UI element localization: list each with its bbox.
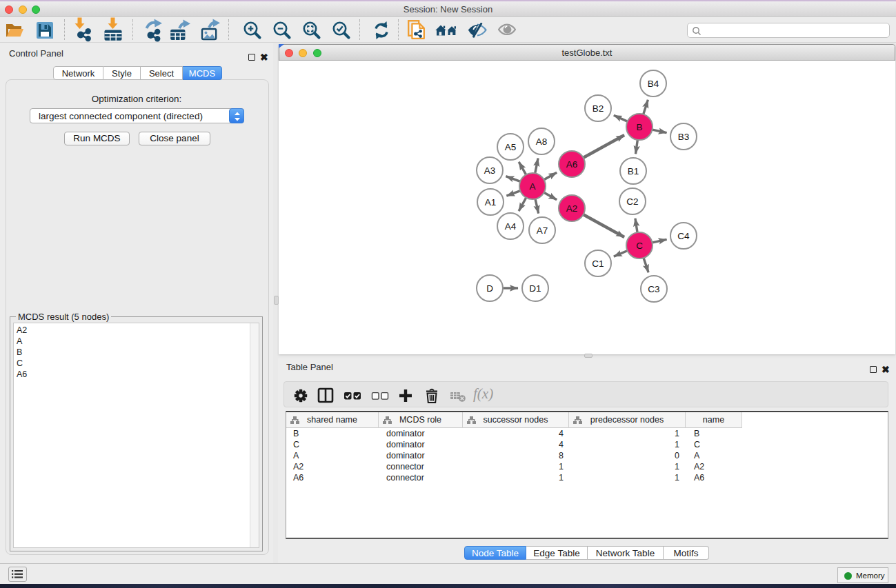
svg-text:A5: A5: [505, 142, 517, 152]
svg-text:B1: B1: [628, 166, 639, 176]
svg-text:A3: A3: [484, 165, 496, 176]
svg-text:C: C: [636, 241, 643, 251]
svg-text:A8: A8: [536, 136, 548, 147]
svg-text:D: D: [486, 283, 493, 294]
svg-text:D1: D1: [529, 283, 541, 294]
svg-text:B4: B4: [648, 79, 659, 89]
svg-text:C4: C4: [677, 231, 690, 241]
svg-text:A2: A2: [566, 203, 578, 214]
svg-text:B2: B2: [593, 103, 604, 114]
svg-text:A7: A7: [537, 225, 548, 236]
svg-text:B: B: [636, 122, 642, 132]
svg-text:C1: C1: [592, 258, 604, 269]
svg-text:A: A: [529, 181, 535, 192]
svg-text:A4: A4: [505, 221, 517, 232]
svg-text:B3: B3: [678, 132, 690, 142]
svg-text:A6: A6: [566, 159, 578, 170]
svg-text:A1: A1: [485, 197, 497, 207]
svg-text:C2: C2: [626, 196, 638, 207]
svg-text:C3: C3: [648, 284, 659, 294]
